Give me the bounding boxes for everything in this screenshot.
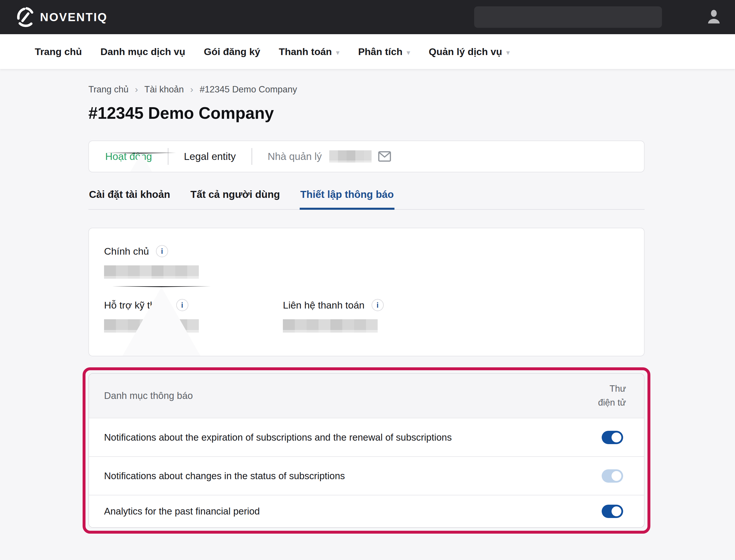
manager-label: Nhà quản lý xyxy=(268,151,322,162)
info-icon[interactable]: i xyxy=(176,299,188,311)
mail-icon xyxy=(378,151,391,162)
nav-item-label: Trang chủ xyxy=(35,46,82,57)
category-column-header: Danh mục thông báo xyxy=(104,390,193,401)
nav-item-billing[interactable]: Thanh toán ▾ xyxy=(279,46,340,57)
manager-email-link[interactable] xyxy=(378,151,391,162)
status-badge: Hoạt động xyxy=(105,151,152,162)
info-icon[interactable]: i xyxy=(156,245,168,257)
breadcrumb-current: #12345 Demo Company xyxy=(200,84,297,95)
nav-item-label: Phân tích xyxy=(358,46,403,57)
user-menu-button[interactable] xyxy=(705,8,722,27)
email-column-line1: Thư xyxy=(610,384,626,394)
tab-notification-settings[interactable]: Thiết lập thông báo xyxy=(300,189,395,210)
email-toggle-status-changes[interactable] xyxy=(602,469,623,483)
contacts-second-row: Hỗ trợ kỹ thuật i Liên hệ thanh toán i xyxy=(104,299,629,333)
email-toggle-expiration-renewal[interactable] xyxy=(602,431,623,444)
redacted-primary-contact xyxy=(104,265,199,279)
nav-item-subscriptions[interactable]: Gói đăng ký xyxy=(204,46,260,57)
primary-contact-label-row: Chính chủ i xyxy=(104,245,629,257)
nav-item-label: Quản lý dịch vụ xyxy=(429,46,502,57)
notification-table-header: Danh mục thông báo Thư điện tử xyxy=(89,374,644,418)
nav-item-label: Gói đăng ký xyxy=(204,46,260,57)
notification-row-label: Analytics for the past financial period xyxy=(104,506,260,517)
email-column-header: Thư điện tử xyxy=(598,382,626,410)
redacted-tech-support xyxy=(104,319,199,333)
chevron-down-icon: ▾ xyxy=(407,47,411,56)
info-icon[interactable]: i xyxy=(372,299,384,311)
chevron-down-icon: ▾ xyxy=(336,47,340,56)
notification-settings-card: Danh mục thông báo Thư điện tử Notificat… xyxy=(88,373,645,528)
nav-item-label: Thanh toán xyxy=(279,46,332,57)
nav-item-service-management[interactable]: Quản lý dịch vụ ▾ xyxy=(429,46,510,57)
page-content: Trang chủ › Tài khoản › #12345 Demo Comp… xyxy=(88,69,645,534)
search-input[interactable] xyxy=(474,6,662,28)
breadcrumb-separator-icon: › xyxy=(135,84,138,95)
annotation-highlight-box: Danh mục thông báo Thư điện tử Notificat… xyxy=(83,367,650,534)
primary-contact-label: Chính chủ xyxy=(104,246,149,257)
tech-support-label-row: Hỗ trợ kỹ thuật i xyxy=(104,299,283,311)
billing-contact-column: Liên hệ thanh toán i xyxy=(283,299,384,333)
brand-name: NOVENTIQ xyxy=(40,11,107,24)
email-toggle-analytics[interactable] xyxy=(602,505,623,518)
redacted-manager-name xyxy=(329,150,372,163)
notification-row-label: Notifications about changes in the statu… xyxy=(104,470,345,481)
table-row: Analytics for the past financial period xyxy=(89,495,644,527)
user-icon xyxy=(707,10,721,24)
tech-support-label: Hỗ trợ kỹ thuật xyxy=(104,300,169,311)
main-nav: Trang chủ Danh mục dịch vụ Gói đăng ký T… xyxy=(0,34,735,69)
tab-account-settings[interactable]: Cài đặt tài khoản xyxy=(88,189,171,210)
breadcrumb-home[interactable]: Trang chủ xyxy=(88,84,128,95)
breadcrumb: Trang chủ › Tài khoản › #12345 Demo Comp… xyxy=(88,69,645,95)
table-row: Notifications about the expiration of su… xyxy=(89,418,644,456)
billing-contact-label-row: Liên hệ thanh toán i xyxy=(283,299,384,311)
nav-item-home[interactable]: Trang chủ xyxy=(35,46,82,57)
account-tabs: Cài đặt tài khoản Tất cả người dùng Thiế… xyxy=(88,189,645,210)
page-title: #12345 Demo Company xyxy=(88,103,645,123)
notification-row-label: Notifications about the expiration of su… xyxy=(104,432,452,443)
top-bar: NOVENTIQ xyxy=(0,0,735,34)
tech-support-column: Hỗ trợ kỹ thuật i xyxy=(104,299,283,333)
account-status-card: Hoạt động Legal entity Nhà quản lý xyxy=(88,141,645,172)
nav-item-analytics[interactable]: Phân tích ▾ xyxy=(358,46,411,57)
breadcrumb-separator-icon: › xyxy=(190,84,193,95)
divider xyxy=(168,148,168,165)
breadcrumb-accounts[interactable]: Tài khoản xyxy=(144,84,184,95)
contacts-card: Chính chủ i Hỗ trợ kỹ thuật i Liên hệ th… xyxy=(88,228,645,356)
redacted-billing-contact xyxy=(283,319,378,333)
email-column-line2: điện tử xyxy=(598,397,626,408)
chevron-down-icon: ▾ xyxy=(506,47,510,56)
tab-all-users[interactable]: Tất cả người dùng xyxy=(190,189,280,210)
table-row: Notifications about changes in the statu… xyxy=(89,456,644,495)
nav-item-service-catalog[interactable]: Danh mục dịch vụ xyxy=(100,46,185,57)
noventiq-logo-icon xyxy=(16,6,35,28)
brand-logo[interactable]: NOVENTIQ xyxy=(16,6,107,28)
nav-item-label: Danh mục dịch vụ xyxy=(100,46,185,57)
divider xyxy=(251,148,252,165)
legal-entity-label: Legal entity xyxy=(184,151,236,162)
billing-contact-label: Liên hệ thanh toán xyxy=(283,300,364,311)
